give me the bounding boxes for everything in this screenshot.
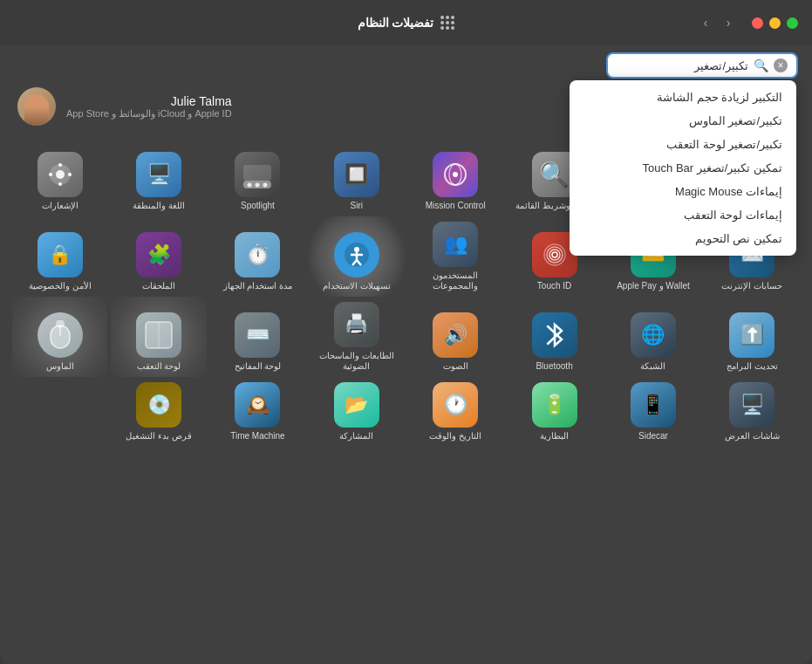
trackpad-icon xyxy=(136,312,181,358)
icon-missioncontrol[interactable]: 🔲 Siri xyxy=(309,136,404,216)
wallet-label: Wallet و Apple Pay xyxy=(617,281,690,291)
icon-users[interactable]: 👥 المستخدمون والمجموعات xyxy=(408,216,503,297)
user-name: Julie Talma xyxy=(66,94,232,108)
printers-icon: 🖨️ xyxy=(334,302,379,347)
icon-datetime[interactable]: 🕐 التاريخ والوقت xyxy=(408,377,503,447)
desktop-icon: 🖥️ xyxy=(136,152,181,197)
forward-button[interactable]: › xyxy=(696,13,715,32)
dropdown-item-5[interactable]: إيماءات لوحة التعقب xyxy=(570,203,796,227)
icon-keyboard[interactable]: ⌨️ لوحة المفاتيح xyxy=(210,297,305,377)
search-clear-button[interactable] xyxy=(774,58,788,72)
system-preferences-window: ‹ › تفضيلات النظام 🔍 التكبير لزيادة حجم … xyxy=(0,0,812,664)
missioncontrol-label: Siri xyxy=(351,201,363,211)
svg-point-7 xyxy=(263,183,268,188)
network-label: الشبكة xyxy=(640,361,665,372)
siri-icon xyxy=(433,152,478,197)
keyboard-icon: ⌨️ xyxy=(235,312,280,358)
user-subtitle: Apple ID و iCloud والوسائط و App Store xyxy=(66,108,232,120)
titlebar: ‹ › تفضيلات النظام xyxy=(0,0,812,45)
internet-label: حسابات الإنترنت xyxy=(721,281,782,291)
icon-printers[interactable]: 🖨️ الطابعات والماسحات الضوئية xyxy=(309,297,404,377)
sidecar-icon: 📱 xyxy=(631,382,676,428)
general-icon xyxy=(38,152,83,197)
dropdown-item-3[interactable]: تمكين تكبير/تصغير Touch Bar xyxy=(570,156,796,180)
dropdown-item-0[interactable]: التكبير لزيادة حجم الشاشة xyxy=(570,86,796,109)
user-info: Julie Talma Apple ID و iCloud والوسائط و… xyxy=(66,94,232,120)
icon-bluetooth[interactable]: Bluetooth xyxy=(507,297,602,377)
addons-icon: 🧩 xyxy=(136,232,181,277)
icon-network[interactable]: 🌐 الشبكة xyxy=(605,297,700,377)
battery-icon: 🔋 xyxy=(532,382,577,428)
icon-siri[interactable]: Mission Control xyxy=(408,136,503,216)
printers-label: الطابعات والماسحات الضوئية xyxy=(310,351,402,372)
siri-label: Mission Control xyxy=(426,201,486,211)
search-box: 🔍 التكبير لزيادة حجم الشاشة تكبير/تصغير … xyxy=(606,52,798,79)
icons-row-4: 🖥️ شاشات العرض 📱 Sidecar 🔋 البطارية 🕐 ال… xyxy=(0,377,812,452)
svg-point-2 xyxy=(453,172,458,177)
minimize-button[interactable] xyxy=(769,17,781,29)
users-label: المستخدمون والمجموعات xyxy=(410,270,502,291)
mouse-icon xyxy=(38,312,83,358)
security-label: الأمن والخصوصية xyxy=(29,281,92,291)
timemachine-icon: 🕰️ xyxy=(235,382,280,428)
icon-security[interactable]: 🔒 الأمن والخصوصية xyxy=(12,216,107,297)
battery-label: البطارية xyxy=(540,431,569,442)
trackpad-label: لوحة التعقب xyxy=(137,361,181,372)
datetime-icon: 🕐 xyxy=(433,382,478,428)
dropdown-item-6[interactable]: تمكين نص التحويم xyxy=(570,227,796,250)
screentime-label: مدة استخدام الجهاز xyxy=(223,281,293,291)
desktop-label: اللغة والمنطقة xyxy=(133,201,185,211)
window-controls xyxy=(752,17,798,29)
dropdown-item-4[interactable]: إيماءات Magic Mouse xyxy=(570,180,796,203)
icon-sharing[interactable]: 📂 المشاركة xyxy=(309,377,404,447)
dropdown-item-2[interactable]: تكبير/تصغير لوحة التعقب xyxy=(570,133,796,156)
icon-sidecar[interactable]: 📱 Sidecar xyxy=(605,377,700,447)
missioncontrol-icon: 🔲 xyxy=(334,152,379,197)
svg-rect-3 xyxy=(243,165,271,181)
search-area: 🔍 التكبير لزيادة حجم الشاشة تكبير/تصغير … xyxy=(0,45,812,79)
icon-trackpad[interactable]: لوحة التعقب xyxy=(111,297,206,377)
icon-desktop[interactable]: 🖥️ اللغة والمنطقة xyxy=(111,136,206,216)
icon-battery[interactable]: 🔋 البطارية xyxy=(507,377,602,447)
nav-arrows: ‹ › xyxy=(696,13,738,32)
sharing-label: المشاركة xyxy=(339,431,373,442)
avatar[interactable] xyxy=(17,87,56,126)
svg-point-12 xyxy=(49,173,52,176)
software-icon: ⬆️ xyxy=(729,312,774,358)
mouse-label: الماوس xyxy=(46,361,74,372)
icon-dock[interactable]: Spotlight xyxy=(210,136,305,216)
search-dropdown: التكبير لزيادة حجم الشاشة تكبير/تصغير ال… xyxy=(570,80,796,256)
screentime-icon: ⏱️ xyxy=(235,232,280,277)
icon-display[interactable]: 🖥️ شاشات العرض xyxy=(705,377,800,447)
keyboard-label: لوحة المفاتيح xyxy=(235,361,282,372)
icon-software[interactable]: ⬆️ تحديث البرامج xyxy=(705,297,800,377)
bluetooth-icon xyxy=(532,312,577,358)
icon-startup[interactable]: 💿 قرص بدء التشغيل xyxy=(111,377,206,447)
dropdown-item-1[interactable]: تكبير/تصغير الماوس xyxy=(570,109,796,133)
icon-mouse[interactable]: الماوس xyxy=(12,297,107,377)
svg-point-19 xyxy=(354,247,359,252)
icon-sound[interactable]: 🔊 الصوت xyxy=(408,297,503,377)
svg-point-15 xyxy=(549,250,560,260)
search-input[interactable] xyxy=(602,59,748,72)
icon-screentime[interactable]: ⏱️ مدة استخدام الجهاز xyxy=(210,216,305,297)
grid-view-icon[interactable] xyxy=(440,16,454,30)
svg-point-11 xyxy=(58,182,62,186)
icon-accessibility[interactable]: تسهيلات الاستخدام xyxy=(309,216,404,297)
icon-general[interactable]: الإشعارات xyxy=(12,136,107,216)
accessibility-icon xyxy=(334,232,379,277)
software-label: تحديث البرامج xyxy=(727,361,778,372)
icon-timemachine[interactable]: 🕰️ Time Machine xyxy=(210,377,305,447)
close-button[interactable] xyxy=(752,17,763,29)
maximize-button[interactable] xyxy=(787,17,798,29)
avatar-figure xyxy=(24,94,49,126)
svg-point-13 xyxy=(68,173,72,176)
icon-addons[interactable]: 🧩 الملحقات xyxy=(111,216,206,297)
back-button[interactable]: ‹ xyxy=(719,13,738,32)
timemachine-label: Time Machine xyxy=(230,431,284,442)
sound-label: الصوت xyxy=(443,361,468,372)
touchid-label: Touch ID xyxy=(537,281,571,291)
icons-row-3: ⬆️ تحديث البرامج 🌐 الشبكة Bluetooth 🔊 ال… xyxy=(0,297,812,377)
display-label: شاشات العرض xyxy=(725,431,780,442)
svg-point-9 xyxy=(56,170,65,179)
